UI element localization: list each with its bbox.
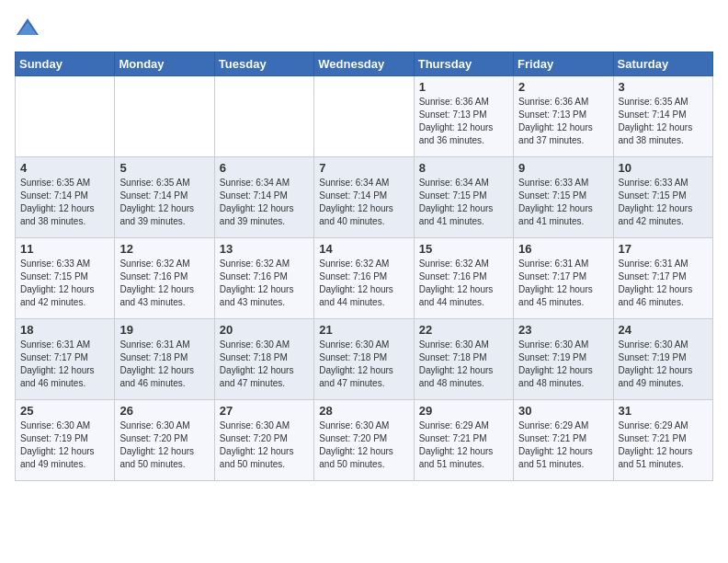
day-number: 28 (319, 404, 408, 418)
day-cell: 15Sunrise: 6:32 AM Sunset: 7:16 PM Dayli… (414, 238, 513, 319)
day-header-friday: Friday (514, 52, 613, 76)
day-info: Sunrise: 6:30 AM Sunset: 7:19 PM Dayligh… (20, 419, 109, 471)
day-info: Sunrise: 6:30 AM Sunset: 7:18 PM Dayligh… (419, 339, 508, 390)
day-cell: 9Sunrise: 6:33 AM Sunset: 7:15 PM Daylig… (514, 157, 613, 238)
week-row-4: 18Sunrise: 6:31 AM Sunset: 7:17 PM Dayli… (16, 319, 713, 400)
week-row-1: 1Sunrise: 6:36 AM Sunset: 7:13 PM Daylig… (16, 76, 713, 157)
day-info: Sunrise: 6:34 AM Sunset: 7:14 PM Dayligh… (319, 177, 408, 228)
day-number: 25 (20, 404, 109, 418)
day-number: 11 (20, 242, 109, 256)
day-number: 7 (319, 161, 408, 175)
day-number: 31 (619, 404, 708, 418)
day-cell: 31Sunrise: 6:29 AM Sunset: 7:21 PM Dayli… (613, 400, 712, 481)
day-info: Sunrise: 6:32 AM Sunset: 7:16 PM Dayligh… (419, 258, 508, 309)
day-info: Sunrise: 6:32 AM Sunset: 7:16 PM Dayligh… (319, 258, 408, 309)
day-cell: 1Sunrise: 6:36 AM Sunset: 7:13 PM Daylig… (414, 76, 513, 157)
day-number: 22 (419, 323, 508, 337)
day-number: 18 (20, 323, 109, 337)
day-info: Sunrise: 6:36 AM Sunset: 7:13 PM Dayligh… (419, 96, 508, 147)
day-number: 19 (119, 323, 209, 337)
day-info: Sunrise: 6:29 AM Sunset: 7:21 PM Dayligh… (518, 419, 608, 471)
day-header-saturday: Saturday (613, 52, 712, 76)
day-info: Sunrise: 6:32 AM Sunset: 7:16 PM Dayligh… (119, 258, 209, 309)
day-info: Sunrise: 6:30 AM Sunset: 7:20 PM Dayligh… (220, 419, 309, 471)
day-header-thursday: Thursday (414, 52, 513, 76)
day-info: Sunrise: 6:35 AM Sunset: 7:14 PM Dayligh… (119, 177, 209, 228)
day-cell: 30Sunrise: 6:29 AM Sunset: 7:21 PM Dayli… (514, 400, 613, 481)
day-cell: 10Sunrise: 6:33 AM Sunset: 7:15 PM Dayli… (613, 157, 712, 238)
day-number: 12 (119, 242, 209, 256)
day-number: 3 (619, 80, 708, 94)
day-info: Sunrise: 6:34 AM Sunset: 7:15 PM Dayligh… (419, 177, 508, 228)
day-cell: 26Sunrise: 6:30 AM Sunset: 7:20 PM Dayli… (115, 400, 214, 481)
day-cell (314, 76, 414, 157)
day-info: Sunrise: 6:31 AM Sunset: 7:17 PM Dayligh… (619, 258, 708, 309)
day-cell: 2Sunrise: 6:36 AM Sunset: 7:13 PM Daylig… (514, 76, 613, 157)
day-cell: 27Sunrise: 6:30 AM Sunset: 7:20 PM Dayli… (214, 400, 313, 481)
day-info: Sunrise: 6:30 AM Sunset: 7:19 PM Dayligh… (619, 339, 708, 390)
day-cell (115, 76, 214, 157)
logo-icon (15, 15, 40, 40)
day-cell: 23Sunrise: 6:30 AM Sunset: 7:19 PM Dayli… (514, 319, 613, 400)
day-cell: 17Sunrise: 6:31 AM Sunset: 7:17 PM Dayli… (613, 238, 712, 319)
day-number: 14 (319, 242, 408, 256)
day-number: 20 (220, 323, 309, 337)
day-info: Sunrise: 6:31 AM Sunset: 7:17 PM Dayligh… (518, 258, 608, 309)
day-info: Sunrise: 6:34 AM Sunset: 7:14 PM Dayligh… (220, 177, 309, 228)
day-cell: 12Sunrise: 6:32 AM Sunset: 7:16 PM Dayli… (115, 238, 214, 319)
day-info: Sunrise: 6:31 AM Sunset: 7:17 PM Dayligh… (20, 339, 109, 390)
day-number: 26 (119, 404, 209, 418)
day-cell (214, 76, 313, 157)
day-number: 2 (518, 80, 608, 94)
day-cell: 6Sunrise: 6:34 AM Sunset: 7:14 PM Daylig… (214, 157, 313, 238)
day-cell: 3Sunrise: 6:35 AM Sunset: 7:14 PM Daylig… (613, 76, 712, 157)
day-number: 8 (419, 161, 508, 175)
day-cell: 18Sunrise: 6:31 AM Sunset: 7:17 PM Dayli… (16, 319, 115, 400)
day-number: 23 (518, 323, 608, 337)
day-info: Sunrise: 6:30 AM Sunset: 7:20 PM Dayligh… (119, 419, 209, 471)
day-number: 4 (20, 161, 109, 175)
day-header-monday: Monday (115, 52, 214, 76)
day-cell: 8Sunrise: 6:34 AM Sunset: 7:15 PM Daylig… (414, 157, 513, 238)
week-row-2: 4Sunrise: 6:35 AM Sunset: 7:14 PM Daylig… (16, 157, 713, 238)
day-cell: 14Sunrise: 6:32 AM Sunset: 7:16 PM Dayli… (314, 238, 414, 319)
day-number: 6 (220, 161, 309, 175)
day-cell: 22Sunrise: 6:30 AM Sunset: 7:18 PM Dayli… (414, 319, 513, 400)
day-info: Sunrise: 6:30 AM Sunset: 7:19 PM Dayligh… (518, 339, 608, 390)
day-cell (16, 76, 115, 157)
week-row-3: 11Sunrise: 6:33 AM Sunset: 7:15 PM Dayli… (16, 238, 713, 319)
day-number: 27 (220, 404, 309, 418)
day-cell: 20Sunrise: 6:30 AM Sunset: 7:18 PM Dayli… (214, 319, 313, 400)
day-info: Sunrise: 6:29 AM Sunset: 7:21 PM Dayligh… (619, 419, 708, 471)
calendar-table: SundayMondayTuesdayWednesdayThursdayFrid… (15, 52, 713, 481)
day-cell: 29Sunrise: 6:29 AM Sunset: 7:21 PM Dayli… (414, 400, 513, 481)
day-cell: 25Sunrise: 6:30 AM Sunset: 7:19 PM Dayli… (16, 400, 115, 481)
day-cell: 24Sunrise: 6:30 AM Sunset: 7:19 PM Dayli… (613, 319, 712, 400)
day-number: 10 (619, 161, 708, 175)
day-number: 13 (220, 242, 309, 256)
day-number: 15 (419, 242, 508, 256)
day-number: 5 (119, 161, 209, 175)
day-info: Sunrise: 6:30 AM Sunset: 7:20 PM Dayligh… (319, 419, 408, 471)
day-info: Sunrise: 6:30 AM Sunset: 7:18 PM Dayligh… (220, 339, 309, 390)
day-number: 1 (419, 80, 508, 94)
day-info: Sunrise: 6:31 AM Sunset: 7:18 PM Dayligh… (119, 339, 209, 390)
day-cell: 28Sunrise: 6:30 AM Sunset: 7:20 PM Dayli… (314, 400, 414, 481)
day-info: Sunrise: 6:30 AM Sunset: 7:18 PM Dayligh… (319, 339, 408, 390)
logo (15, 15, 44, 40)
week-row-5: 25Sunrise: 6:30 AM Sunset: 7:19 PM Dayli… (16, 400, 713, 481)
header-row: SundayMondayTuesdayWednesdayThursdayFrid… (16, 52, 713, 76)
day-cell: 19Sunrise: 6:31 AM Sunset: 7:18 PM Dayli… (115, 319, 214, 400)
day-info: Sunrise: 6:33 AM Sunset: 7:15 PM Dayligh… (518, 177, 608, 228)
day-cell: 13Sunrise: 6:32 AM Sunset: 7:16 PM Dayli… (214, 238, 313, 319)
day-cell: 5Sunrise: 6:35 AM Sunset: 7:14 PM Daylig… (115, 157, 214, 238)
day-cell: 21Sunrise: 6:30 AM Sunset: 7:18 PM Dayli… (314, 319, 414, 400)
day-number: 24 (619, 323, 708, 337)
day-cell: 7Sunrise: 6:34 AM Sunset: 7:14 PM Daylig… (314, 157, 414, 238)
day-info: Sunrise: 6:32 AM Sunset: 7:16 PM Dayligh… (220, 258, 309, 309)
day-info: Sunrise: 6:33 AM Sunset: 7:15 PM Dayligh… (20, 258, 109, 309)
day-header-wednesday: Wednesday (314, 52, 414, 76)
day-number: 16 (518, 242, 608, 256)
day-header-tuesday: Tuesday (214, 52, 313, 76)
day-header-sunday: Sunday (16, 52, 115, 76)
